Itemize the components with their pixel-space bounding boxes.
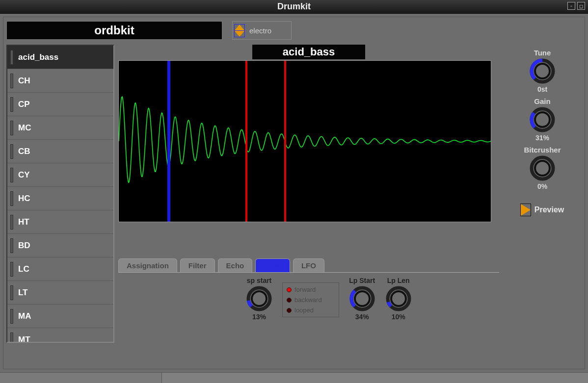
drag-handle-icon[interactable] — [10, 74, 13, 88]
top-row: ordbkit electro — [3, 17, 585, 45]
preset-up-icon[interactable] — [235, 25, 244, 30]
sample-item-LT[interactable]: LT — [7, 281, 113, 305]
kit-preset-selector[interactable]: electro — [232, 21, 292, 40]
svg-point-9 — [535, 112, 550, 127]
waveform-display[interactable] — [118, 60, 491, 222]
tab-assignation[interactable]: Assignation — [118, 258, 177, 272]
loop-end-marker[interactable] — [284, 61, 286, 222]
gain-value: 31% — [535, 134, 549, 142]
sample-list[interactable]: acid_bassCHCPMCCBCYHCHTBDLCLTMAMT — [6, 45, 114, 343]
drag-handle-icon[interactable] — [10, 97, 13, 112]
drag-handle-icon[interactable] — [10, 238, 13, 253]
tune-label: Tune — [534, 49, 551, 57]
svg-point-3 — [355, 291, 370, 306]
start-marker[interactable] — [167, 61, 170, 222]
sp-start-knob-block: sp start 13% — [246, 277, 272, 321]
direction-option-label: forward — [294, 286, 316, 293]
preset-spinner[interactable] — [235, 25, 244, 37]
sp-start-value: 13% — [252, 313, 266, 321]
bitcrusher-knob[interactable] — [529, 155, 556, 181]
tab-filter[interactable]: Filter — [180, 258, 215, 272]
sample-item-label: HC — [18, 194, 30, 204]
tab-loop[interactable]: Loop — [255, 258, 290, 272]
lp-start-knob[interactable] — [349, 285, 375, 312]
preset-label: electro — [249, 26, 271, 35]
sample-item-label: LT — [18, 288, 28, 298]
maximize-icon[interactable]: ◻ — [577, 2, 585, 10]
sample-item-MA[interactable]: MA — [7, 305, 113, 328]
sample-item-label: acid_bass — [18, 52, 58, 62]
drag-handle-icon[interactable] — [10, 215, 13, 230]
title-bar: Drumkit ▫ ◻ — [0, 0, 588, 14]
sample-item-HT[interactable]: HT — [7, 210, 113, 234]
kit-name-display[interactable]: ordbkit — [6, 21, 222, 40]
sample-item-label: LC — [18, 264, 29, 274]
svg-point-7 — [535, 64, 550, 78]
sample-item-label: MT — [18, 335, 30, 343]
sample-item-MT[interactable]: MT — [7, 328, 113, 343]
direction-option-label: looped — [294, 306, 314, 314]
sample-item-label: BD — [18, 241, 30, 251]
minimize-icon[interactable]: ▫ — [567, 2, 575, 10]
preset-down-icon[interactable] — [235, 31, 244, 37]
drag-handle-icon[interactable] — [10, 168, 13, 182]
bitcrusher-value: 0% — [537, 182, 547, 190]
lp-len-value: 10% — [392, 313, 405, 321]
gain-knob[interactable] — [529, 106, 556, 133]
lp-start-label: Lp Start — [349, 277, 375, 284]
sample-item-BD[interactable]: BD — [7, 234, 113, 257]
direction-option-forward[interactable]: forward — [287, 286, 322, 293]
sp-start-knob[interactable] — [246, 285, 272, 312]
sample-item-acid_bass[interactable]: acid_bass — [7, 46, 113, 69]
app-body: ordbkit electro acid_bassCHCPMCCBCYHCHTB… — [0, 14, 588, 372]
sample-item-CY[interactable]: CY — [7, 163, 113, 187]
direction-radio-group: forwardbackwardlooped — [282, 282, 339, 317]
center-column: acid_bass AssignationFilterEchoLoopLFO s… — [118, 45, 499, 343]
sample-item-HC[interactable]: HC — [7, 187, 113, 210]
lp-start-knob-block: Lp Start 34% — [349, 277, 375, 321]
drag-handle-icon[interactable] — [10, 50, 13, 65]
sample-item-CH[interactable]: CH — [7, 69, 113, 93]
drag-handle-icon[interactable] — [10, 285, 13, 300]
bitcrusher-label: Bitcrusher — [524, 146, 561, 154]
direction-option-looped[interactable]: looped — [287, 306, 322, 314]
svg-point-5 — [391, 291, 406, 306]
window-controls: ▫ ◻ — [567, 2, 585, 10]
window-title: Drumkit — [277, 1, 311, 12]
drag-handle-icon[interactable] — [10, 191, 13, 206]
drag-handle-icon[interactable] — [10, 144, 13, 159]
drag-handle-icon[interactable] — [10, 332, 13, 343]
lp-len-label: Lp Len — [387, 277, 410, 284]
svg-point-11 — [535, 161, 550, 176]
drag-handle-icon[interactable] — [10, 121, 13, 135]
current-sample-title: acid_bass — [252, 45, 365, 59]
play-icon — [521, 204, 531, 216]
waveform-svg — [119, 61, 491, 222]
sample-item-MC[interactable]: MC — [7, 116, 113, 140]
sp-start-label: sp start — [247, 277, 272, 284]
direction-option-backward[interactable]: backward — [287, 296, 322, 304]
tab-echo[interactable]: Echo — [218, 258, 253, 272]
preview-button[interactable]: Preview — [521, 204, 564, 216]
radio-dot-icon — [287, 287, 292, 292]
lp-len-knob-block: Lp Len 10% — [385, 277, 412, 321]
sample-item-label: CH — [18, 76, 30, 86]
sample-item-label: CP — [18, 100, 30, 109]
sample-item-label: HT — [18, 217, 29, 227]
loop-start-marker[interactable] — [245, 61, 247, 222]
preview-label: Preview — [535, 205, 564, 214]
param-tabs: AssignationFilterEchoLoopLFO — [118, 258, 499, 273]
tune-knob[interactable] — [529, 58, 556, 84]
sample-item-LC[interactable]: LC — [7, 257, 113, 281]
sample-item-CP[interactable]: CP — [7, 93, 113, 116]
right-knob-column: Tune 0st Gain 31% Bitcrusher 0% Preview — [503, 45, 582, 343]
radio-dot-icon — [287, 308, 292, 313]
lp-len-knob[interactable] — [385, 285, 412, 312]
drag-handle-icon[interactable] — [10, 309, 13, 324]
sample-item-CB[interactable]: CB — [7, 140, 113, 163]
drag-handle-icon[interactable] — [10, 262, 13, 277]
radio-dot-icon — [287, 298, 292, 303]
tab-lfo[interactable]: LFO — [293, 258, 324, 272]
direction-option-label: backward — [294, 296, 322, 304]
sample-item-label: MA — [18, 311, 31, 321]
